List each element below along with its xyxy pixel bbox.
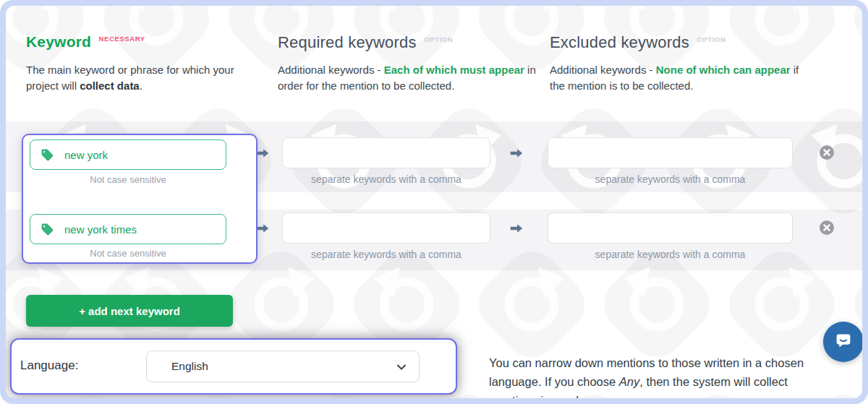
excluded-column-header: Excluded keywords OPTION [550, 33, 726, 52]
case-note-2: Not case sensitive [30, 248, 226, 259]
excluded-desc-text: Additional keywords - [550, 64, 656, 76]
excluded-option-badge: OPTION [697, 35, 726, 43]
chevron-down-icon [396, 361, 407, 376]
comma-hint-excluded-2: separate keywords with a comma [548, 249, 793, 260]
excluded-description: Additional keywords - None of which can … [550, 62, 804, 94]
required-column-header: Required keywords OPTION [278, 33, 453, 52]
chat-bubble-icon [833, 330, 854, 354]
required-desc-text: Additional keywords - [278, 64, 384, 76]
required-desc-highlight: Each of which must appear [384, 64, 524, 76]
content-area: Keyword NECESSARY The main keyword or ph… [6, 6, 862, 398]
help-text-italic: Any [619, 375, 639, 388]
tag-icon [41, 223, 54, 236]
required-keywords-input-2[interactable] [282, 212, 490, 244]
close-icon [819, 152, 835, 163]
comma-hint-excluded-1: separate keywords with a comma [548, 173, 793, 185]
close-icon [819, 227, 835, 238]
keyword-description: The main keyword or phrase for which you… [26, 62, 244, 94]
keyword-input-1[interactable] [30, 139, 226, 170]
language-label: Language: [20, 358, 78, 373]
required-option-badge: OPTION [424, 35, 453, 43]
window-frame: Keyword NECESSARY The main keyword or ph… [0, 0, 868, 404]
arrow-right-icon [509, 220, 524, 236]
comma-hint-required-2: separate keywords with a comma [282, 249, 490, 260]
arrow-right-icon [509, 145, 524, 161]
required-title: Required keywords [278, 33, 417, 51]
remove-keyword-row-2-button[interactable] [819, 220, 835, 236]
tag-icon [41, 148, 54, 162]
keyword-group: Not case sensitive Not case sensitive [22, 134, 258, 264]
add-next-keyword-button[interactable]: + add next keyword [26, 295, 233, 327]
case-note-1: Not case sensitive [30, 174, 226, 185]
excluded-desc-highlight: None of which can appear [656, 64, 791, 76]
language-select[interactable]: English [146, 351, 420, 382]
keyword-column-header: Keyword NECESSARY [26, 33, 145, 51]
language-help-text: You can narrow down mentions to those wr… [489, 353, 839, 398]
keyword-desc-bold: collect data [80, 79, 140, 92]
required-keywords-input-1[interactable] [282, 137, 490, 168]
excluded-keywords-input-2[interactable] [548, 212, 793, 244]
language-section: Language: English [10, 338, 457, 395]
excluded-title: Excluded keywords [550, 33, 689, 51]
keyword-title: Keyword [26, 33, 91, 50]
keyword-field-2[interactable] [63, 223, 210, 236]
required-description: Additional keywords - Each of which must… [278, 62, 537, 94]
necessary-badge: NECESSARY [99, 35, 145, 43]
keyword-field-1[interactable] [63, 148, 210, 162]
brand-watermark-icon [838, 6, 862, 87]
language-selected-value: English [171, 360, 208, 373]
remove-keyword-row-1-button[interactable] [819, 145, 835, 160]
excluded-keywords-input-1[interactable] [548, 137, 793, 168]
comma-hint-required-1: separate keywords with a comma [282, 173, 490, 185]
keyword-desc-end: . [140, 79, 142, 92]
chat-launcher-button[interactable] [823, 322, 862, 362]
keyword-input-2[interactable] [30, 214, 226, 244]
